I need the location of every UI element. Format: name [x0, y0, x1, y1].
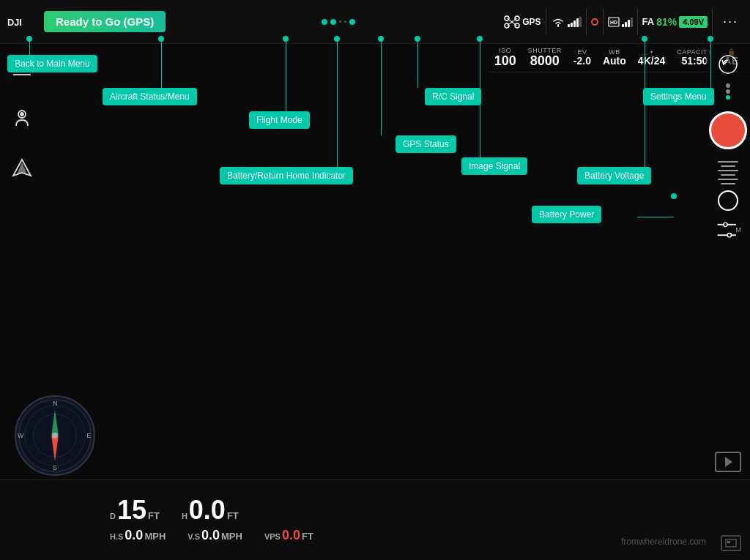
- level-bars: [718, 161, 738, 184]
- ann-dot-batt-volt: [642, 36, 647, 42]
- iso-setting[interactable]: ISO 100: [494, 47, 516, 69]
- level-bar: [718, 170, 738, 171]
- separator: [637, 9, 638, 35]
- camera-mode-icon[interactable]: M: [715, 217, 741, 243]
- annotation-aircraft-status: Aircraft Status/Menu: [103, 88, 197, 105]
- image-signal-bars: [622, 17, 633, 27]
- gps-label: GPS: [522, 17, 541, 27]
- svg-text:N: N: [53, 400, 57, 407]
- ann-dot-rc: [415, 36, 420, 42]
- telemetry-stats: D 15 FT H 0.0 FT H.S 0.0 MPH V.S 0.0 MPH: [110, 497, 313, 543]
- resolution-setting[interactable]: ▪ 4K/24: [638, 48, 665, 67]
- battery-indicator-dot-dim: [339, 20, 341, 23]
- ann-line-back: [29, 40, 30, 55]
- camera-rotate-icon[interactable]: [715, 51, 741, 78]
- level-bar: [718, 161, 738, 163]
- annotation-battery-voltage: Battery Voltage: [577, 167, 651, 184]
- vs-unit: MPH: [221, 531, 242, 542]
- gps-status-icon: GPS: [504, 15, 541, 29]
- dji-logo: DJI: [6, 6, 38, 38]
- ann-hline-power: [637, 217, 674, 217]
- exp-dot: [726, 89, 730, 94]
- distance-label: D: [110, 512, 116, 520]
- iso-value: 100: [494, 54, 516, 69]
- svg-point-11: [21, 113, 23, 116]
- height-unit: FT: [227, 510, 239, 521]
- annotation-back-to-main: Back to Main Menu: [7, 55, 97, 72]
- ann-dot-back: [26, 36, 32, 42]
- svg-point-31: [52, 433, 58, 438]
- svg-text:HD: HD: [610, 20, 617, 25]
- battery-percentage: 81%: [656, 16, 677, 28]
- more-options-button[interactable]: ···: [717, 11, 744, 32]
- level-bar: [718, 179, 738, 180]
- wb-setting[interactable]: WB Auto: [603, 48, 626, 67]
- record-button[interactable]: [709, 111, 747, 149]
- ann-dot-flight: [283, 36, 289, 42]
- battery-fa-label: FA: [642, 16, 655, 27]
- hs-label: H.S: [110, 532, 123, 541]
- distance-unit: FT: [148, 510, 160, 521]
- shutter-value: 8000: [530, 54, 560, 69]
- vs-value: 0.0: [201, 528, 220, 543]
- ann-line-batt-return: [337, 40, 338, 167]
- wb-value: Auto: [603, 56, 626, 67]
- exposure-indicator: [726, 83, 730, 100]
- ev-setting[interactable]: EV -2.0: [573, 48, 591, 67]
- ann-dot-gps: [378, 36, 384, 42]
- focus-circle[interactable]: [718, 190, 738, 211]
- battery-fa-icon: FA 81% 4.09V: [642, 16, 708, 28]
- vps-value: 0.0: [282, 528, 300, 543]
- svg-point-14: [719, 56, 737, 73]
- annotation-battery-power: Battery Power: [532, 206, 601, 223]
- vps-label: VPS: [264, 532, 281, 541]
- svg-text:S: S: [53, 464, 57, 471]
- expand-icon[interactable]: [721, 535, 741, 551]
- height-stat: H 0.0 FT: [182, 497, 239, 523]
- rc-signal-icon: [551, 16, 582, 28]
- res-value: 4K/24: [638, 56, 665, 67]
- battery-voltage-value: 4.09V: [679, 16, 708, 28]
- capacity-value: 51:50: [681, 56, 708, 67]
- distance-value: 15: [117, 497, 146, 523]
- compass: N S W E: [15, 395, 95, 476]
- svg-text:W: W: [18, 432, 24, 439]
- vps-unit: FT: [302, 531, 313, 542]
- vps-stat: VPS 0.0 FT: [264, 528, 313, 543]
- battery-indicator-dot: [322, 19, 327, 25]
- website-label: fromwhereidrone.com: [621, 537, 706, 547]
- annotation-settings-menu: Settings Menu: [643, 88, 714, 105]
- distance-stat: D 15 FT: [110, 497, 160, 523]
- flight-status[interactable]: Ready to Go (GPS): [44, 11, 166, 32]
- top-bar-icons: GPS HD: [504, 9, 744, 35]
- ann-dot-batt-power: [671, 193, 677, 199]
- return-home-icon[interactable]: [7, 102, 37, 132]
- right-sidebar: M: [706, 44, 750, 479]
- annotation-image-signal: Image Signal: [461, 157, 527, 175]
- level-bar: [721, 165, 735, 167]
- svg-rect-33: [727, 541, 730, 543]
- level-bar: [721, 174, 735, 176]
- ann-dot-img: [477, 36, 483, 42]
- hs-value: 0.0: [125, 528, 143, 543]
- ann-line-gps: [381, 40, 382, 135]
- separator: [603, 9, 604, 35]
- svg-text:E: E: [86, 432, 91, 439]
- separator: [546, 9, 546, 35]
- stats-row-2: H.S 0.0 MPH V.S 0.0 MPH VPS 0.0 FT: [110, 528, 313, 543]
- ann-line-flight: [286, 40, 286, 111]
- shutter-setting[interactable]: SHUTTER 8000: [528, 47, 562, 69]
- bottom-bar: D 15 FT H 0.0 FT H.S 0.0 MPH V.S 0.0 MPH: [0, 479, 750, 560]
- ann-dot-aircraft: [158, 36, 164, 42]
- level-bar: [721, 183, 735, 184]
- stats-row-1: D 15 FT H 0.0 FT: [110, 497, 313, 523]
- hd-signal-icon: HD: [608, 17, 633, 27]
- height-value: 0.0: [189, 497, 226, 523]
- position-icon[interactable]: [7, 154, 37, 183]
- exp-dot-active: [726, 95, 730, 100]
- annotation-flight-mode: Flight Mode: [249, 111, 310, 129]
- rc-signal-bars: [568, 17, 582, 27]
- top-bar: DJI Ready to Go (GPS): [0, 0, 750, 44]
- annotation-gps-status: GPS Status: [396, 135, 456, 153]
- exp-dot: [726, 83, 730, 88]
